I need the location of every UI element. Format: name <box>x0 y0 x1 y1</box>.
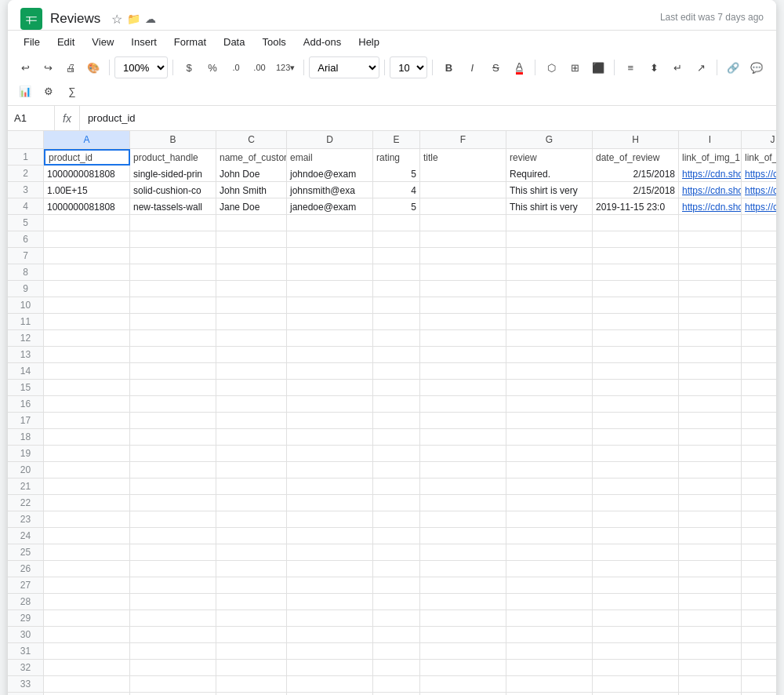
cell-f3[interactable] <box>420 182 506 198</box>
cell-J27[interactable] <box>742 577 776 594</box>
menu-view[interactable]: View <box>84 32 122 52</box>
cell-h3[interactable]: 2/15/2018 <box>593 182 679 198</box>
cell-C16[interactable] <box>216 396 287 413</box>
cell-H21[interactable] <box>593 478 679 495</box>
cell-B23[interactable] <box>130 511 216 528</box>
cell-A13[interactable] <box>44 347 130 363</box>
text-wrap-button[interactable]: ↵ <box>666 56 688 78</box>
cell-J21[interactable] <box>742 478 776 495</box>
cell-F18[interactable] <box>420 429 506 446</box>
cell-G11[interactable] <box>506 314 593 330</box>
cell-G13[interactable] <box>506 347 593 363</box>
decimal-less-button[interactable]: .0 <box>225 56 247 78</box>
cell-B6[interactable] <box>130 231 216 248</box>
cell-A12[interactable] <box>44 330 130 347</box>
cell-I18[interactable] <box>679 429 742 446</box>
print-button[interactable]: 🖨 <box>60 56 82 78</box>
col-header-i[interactable]: I <box>679 131 742 148</box>
cell-D15[interactable] <box>287 380 373 396</box>
cell-G16[interactable] <box>506 396 593 413</box>
cell-a3[interactable]: 1.00E+15 <box>44 182 130 198</box>
cell-C20[interactable] <box>216 462 287 478</box>
cell-A14[interactable] <box>44 363 130 380</box>
menu-tools[interactable]: Tools <box>254 32 293 52</box>
cell-A10[interactable] <box>44 297 130 314</box>
bold-button[interactable]: B <box>437 56 459 78</box>
undo-button[interactable]: ↩ <box>14 56 36 78</box>
menu-format[interactable]: Format <box>166 32 214 52</box>
cell-E11[interactable] <box>373 314 420 330</box>
cell-E12[interactable] <box>373 330 420 347</box>
cell-E16[interactable] <box>373 396 420 413</box>
cell-A25[interactable] <box>44 544 130 561</box>
cell-F16[interactable] <box>420 396 506 413</box>
cell-J24[interactable] <box>742 528 776 544</box>
cell-B26[interactable] <box>130 561 216 577</box>
cell-A31[interactable] <box>44 643 130 660</box>
cell-B32[interactable] <box>130 660 216 676</box>
cell-H13[interactable] <box>593 347 679 363</box>
cell-A22[interactable] <box>44 495 130 511</box>
cell-B21[interactable] <box>130 478 216 495</box>
cell-H11[interactable] <box>593 314 679 330</box>
cell-A18[interactable] <box>44 429 130 446</box>
cell-A23[interactable] <box>44 511 130 528</box>
cell-G20[interactable] <box>506 462 593 478</box>
cell-D10[interactable] <box>287 297 373 314</box>
cell-I11[interactable] <box>679 314 742 330</box>
cell-H14[interactable] <box>593 363 679 380</box>
cell-F9[interactable] <box>420 281 506 297</box>
cell-H18[interactable] <box>593 429 679 446</box>
cell-J14[interactable] <box>742 363 776 380</box>
cell-H12[interactable] <box>593 330 679 347</box>
cell-d1[interactable]: email <box>287 149 373 166</box>
col-header-a[interactable]: A <box>44 131 130 148</box>
cell-D24[interactable] <box>287 528 373 544</box>
cell-C11[interactable] <box>216 314 287 330</box>
cell-F7[interactable] <box>420 248 506 264</box>
cell-H32[interactable] <box>593 660 679 676</box>
cell-j3[interactable]: https://cdn.shop <box>742 182 776 198</box>
cell-E20[interactable] <box>373 462 420 478</box>
cell-D13[interactable] <box>287 347 373 363</box>
cell-A32[interactable] <box>44 660 130 676</box>
cell-J7[interactable] <box>742 248 776 264</box>
cell-H24[interactable] <box>593 528 679 544</box>
borders-button[interactable]: ⊞ <box>564 56 586 78</box>
cell-H15[interactable] <box>593 380 679 396</box>
star-icon[interactable]: ☆ <box>111 12 122 27</box>
align-button[interactable]: ≡ <box>619 56 641 78</box>
cell-E29[interactable] <box>373 610 420 627</box>
cell-G32[interactable] <box>506 660 593 676</box>
cell-a2[interactable]: 1000000081808 <box>44 166 130 182</box>
zoom-select[interactable]: 100% <box>114 56 168 78</box>
cell-C19[interactable] <box>216 446 287 462</box>
redo-button[interactable]: ↪ <box>37 56 59 78</box>
cell-G6[interactable] <box>506 231 593 248</box>
cell-H26[interactable] <box>593 561 679 577</box>
cell-J11[interactable] <box>742 314 776 330</box>
italic-button[interactable]: I <box>461 56 483 78</box>
cell-J26[interactable] <box>742 561 776 577</box>
currency-button[interactable]: $ <box>178 56 200 78</box>
cell-H8[interactable] <box>593 264 679 281</box>
cell-E21[interactable] <box>373 478 420 495</box>
col-header-d[interactable]: D <box>287 131 373 148</box>
col-header-c[interactable]: C <box>216 131 287 148</box>
cell-I22[interactable] <box>679 495 742 511</box>
cell-I17[interactable] <box>679 413 742 429</box>
cell-J15[interactable] <box>742 380 776 396</box>
cell-G8[interactable] <box>506 264 593 281</box>
cell-J20[interactable] <box>742 462 776 478</box>
cell-I20[interactable] <box>679 462 742 478</box>
cell-A17[interactable] <box>44 413 130 429</box>
cell-D25[interactable] <box>287 544 373 561</box>
cell-f1[interactable]: title <box>420 149 506 166</box>
cell-B25[interactable] <box>130 544 216 561</box>
cell-J12[interactable] <box>742 330 776 347</box>
cell-J33[interactable] <box>742 676 776 693</box>
cell-G29[interactable] <box>506 610 593 627</box>
decimal-more-button[interactable]: .00 <box>249 56 270 78</box>
cell-G15[interactable] <box>506 380 593 396</box>
formula-button[interactable]: ∑ <box>61 80 83 102</box>
